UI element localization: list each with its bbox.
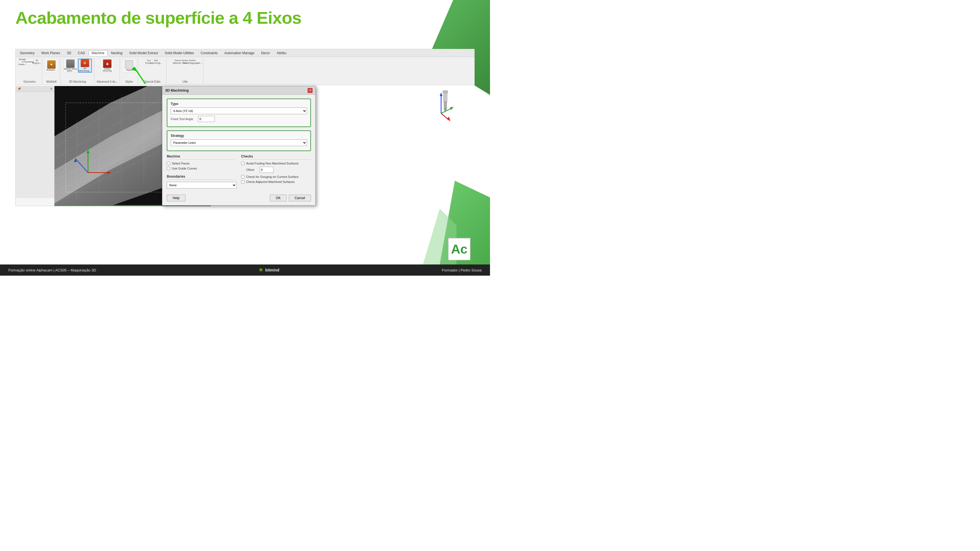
use-guide-curves-checkbox[interactable] — [167, 167, 170, 170]
avoid-fouling-checkbox[interactable] — [241, 162, 245, 165]
tb-group-surface-label: Advanced 5-Ax... — [97, 79, 118, 83]
select-faces-checkbox[interactable] — [167, 162, 170, 165]
menu-machine[interactable]: Machine — [89, 50, 107, 56]
check-adjacent-checkbox[interactable] — [241, 180, 245, 184]
ac-badge: Ac — [448, 238, 471, 260]
brand-name: bitmind — [265, 268, 279, 272]
menu-nesting[interactable]: Nesting — [108, 50, 126, 56]
strategy-label: Strategy — [171, 134, 307, 138]
use-guide-curves-label: Use Guide Curves — [172, 167, 197, 170]
dialog-titlebar: 3D Machining ✕ — [162, 86, 315, 95]
tb-group-surface: ◈ Surface Machining Advanced 5-Ax... — [95, 58, 120, 84]
tb-btn-machine-along[interactable]: Machine Along Spline... — [64, 59, 77, 73]
boundaries-header: Boundaries — [167, 175, 237, 179]
menu-3d[interactable]: 3D — [64, 50, 74, 56]
svg-marker-32 — [447, 117, 450, 121]
tb-btn-define-holder[interactable]: Define Holder/Aggregate... — [189, 59, 196, 65]
menu-decor[interactable]: Decor — [258, 50, 273, 56]
tb-btn-surface-machining[interactable]: ◈ Surface Machining — [100, 59, 114, 73]
tb-group-multidrill: ⬣ Multidrill... Multidrill — [43, 58, 60, 84]
svg-rect-34 — [444, 102, 447, 109]
tb-btn-select-material[interactable]: Select Material... — [175, 59, 181, 65]
dialog-footer: Help OK Cancel — [162, 192, 315, 205]
tb-btn-3d-engraving[interactable]: 3D Engrav... — [33, 59, 40, 65]
select-faces-label: Select Faces — [172, 162, 190, 165]
tb-btn-3d-machining[interactable]: ⚙ 3D Machining... — [78, 59, 92, 73]
page-title: Acabamento de superfície a 4 Eixos — [15, 8, 301, 28]
fixed-tool-angle-row: Fixed Tool Angle — [171, 116, 307, 122]
menu-solid-utilities[interactable]: Solid Model Utilities — [162, 50, 197, 56]
offset-label: Offset — [246, 168, 257, 171]
menu-geometry[interactable]: Geometry — [17, 50, 38, 56]
check-gouging-label: Check for Gouging on Current Surface — [246, 175, 299, 178]
type-section: Type 4-Axis (YZ rot) Fixed Tool Angle — [167, 98, 311, 127]
tb-btn-edit-machining[interactable]: Edit Machining... — [153, 59, 159, 65]
boundaries-select[interactable]: None — [167, 182, 237, 189]
left-panel: 📌 ✕ — [15, 86, 54, 206]
strategy-select[interactable]: Parameter Lines — [171, 139, 307, 146]
toolbar-menu: Geometry Work Planes 3D CAD Machine Nest… — [16, 49, 474, 57]
svg-marker-28 — [440, 92, 442, 96]
menu-cad[interactable]: CAD — [75, 50, 88, 56]
svg-rect-36 — [443, 91, 448, 93]
bitmind-star-icon: ✳ — [259, 267, 263, 273]
ok-cancel-group: OK Cancel — [270, 195, 311, 202]
tb-group-geometry-label: Geometry — [24, 79, 36, 83]
menu-solid-extract[interactable]: Solid Model Extract — [126, 50, 161, 56]
left-panel-close-icon[interactable]: ✕ — [50, 87, 52, 91]
cancel-button[interactable]: Cancel — [289, 195, 311, 202]
strategy-row: Parameter Lines — [171, 139, 307, 146]
tb-group-utils-label: Utils — [183, 79, 188, 83]
svg-marker-30 — [450, 107, 454, 110]
left-panel-header: 📌 ✕ — [16, 86, 54, 92]
toolbar-buttons: Rough or Finish... Pocketing... 3D Engra… — [16, 57, 474, 85]
check-gouging-checkbox[interactable] — [241, 175, 245, 178]
left-panel-pin-icon: 📌 — [18, 87, 21, 91]
dialog-3d-machining: 3D Machining ✕ Type 4-Axis (YZ rot) Fixe… — [162, 86, 316, 206]
ac-badge-text: Ac — [451, 241, 468, 257]
tb-group-multidrill-label: Multidrill — [46, 79, 57, 83]
tb-btn-multidrill[interactable]: ⬣ Multidrill... — [45, 59, 58, 73]
ok-button[interactable]: OK — [270, 195, 286, 202]
menu-attribu[interactable]: Attribu — [274, 50, 290, 56]
tb-group-geometry: Rough or Finish... Pocketing... 3D Engra… — [18, 58, 42, 84]
checks-header: Checks — [241, 154, 311, 159]
svg-rect-33 — [443, 92, 447, 102]
machine-header: Machine — [167, 154, 237, 159]
menu-automation[interactable]: Automation Manage — [221, 50, 257, 56]
arrow-annotation — [129, 64, 151, 88]
tb-btn-pocketing[interactable]: Pocketing... — [26, 59, 33, 65]
boundaries-container: Boundaries None — [167, 175, 237, 189]
menu-work-planes[interactable]: Work Planes — [38, 50, 64, 56]
type-label: Type — [171, 102, 307, 106]
two-col-section: Machine Select Faces Use Guide Curves Bo… — [167, 154, 311, 189]
dialog-title: 3D Machining — [165, 88, 189, 92]
tb-group-3d-label: 3D Machining — [69, 79, 86, 83]
tb-group-utils: Select Material... Define Tool... Define… — [167, 58, 204, 84]
tool-viz-svg — [424, 88, 458, 122]
bottom-left-text: Formação online Alphacam | ACS05 – Maqui… — [8, 268, 96, 272]
arrow-svg — [129, 64, 151, 87]
menu-constraints[interactable]: Constraints — [197, 50, 221, 56]
bottom-bar: Formação online Alphacam | ACS05 – Maqui… — [0, 264, 490, 276]
avoid-fouling-row: Avoid Fouling Non-Machined Surfaces — [241, 162, 311, 165]
tb-group-3d-machining: Machine Along Spline... ⚙ 3D Machining..… — [61, 58, 94, 84]
strategy-section: Strategy Parameter Lines — [167, 130, 311, 151]
type-row: 4-Axis (YZ rot) — [171, 108, 307, 114]
left-panel-content — [16, 92, 54, 198]
fixed-angle-label: Fixed Tool Angle — [171, 117, 196, 121]
offset-row: Offset — [246, 167, 311, 173]
tool-visualization — [424, 88, 458, 122]
use-guide-curves-row: Use Guide Curves — [167, 167, 237, 170]
col-left: Machine Select Faces Use Guide Curves Bo… — [167, 154, 237, 189]
fixed-angle-input[interactable] — [198, 116, 215, 122]
bottom-center: ✳ bitmind — [259, 267, 279, 273]
avoid-fouling-label: Avoid Fouling Non-Machined Surfaces — [246, 162, 299, 165]
check-gouging-row: Check for Gouging on Current Surface — [241, 175, 311, 178]
select-faces-row: Select Faces — [167, 162, 237, 165]
bottom-right-text: Formador | Pedro Sousa — [442, 268, 482, 272]
help-button[interactable]: Help — [167, 195, 186, 202]
offset-input[interactable] — [259, 167, 274, 173]
type-select[interactable]: 4-Axis (YZ rot) — [171, 108, 307, 114]
dialog-close-button[interactable]: ✕ — [307, 88, 313, 93]
